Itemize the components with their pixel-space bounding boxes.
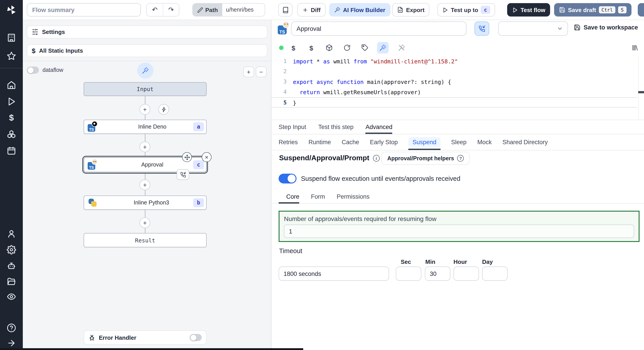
resources-blocks-icon[interactable] — [7, 130, 16, 139]
audit-eye-icon[interactable] — [7, 292, 16, 301]
add-step-button[interactable]: + — [140, 179, 150, 190]
suspend-toggle[interactable] — [278, 174, 296, 183]
tab-test-this-step[interactable]: Test this step — [318, 120, 354, 134]
save-draft-button[interactable]: Save draft Ctrl S — [554, 3, 631, 16]
settings-gear-icon[interactable] — [7, 245, 16, 254]
tab-advanced[interactable]: Advanced — [366, 120, 392, 134]
timeout-hour-input[interactable] — [454, 267, 479, 281]
ai-assistant-button[interactable] — [377, 42, 389, 54]
tab-form[interactable]: Form — [311, 190, 325, 203]
timeout-sec-input[interactable] — [396, 267, 421, 281]
insert-variable-button[interactable]: $ — [288, 42, 299, 54]
path-label: Path — [205, 6, 218, 13]
undo-button[interactable]: ↶ — [147, 3, 163, 16]
flow-summary-input[interactable] — [27, 3, 141, 16]
ai-suggest-wand-button[interactable] — [137, 62, 154, 79]
docs-book-button[interactable] — [278, 3, 292, 16]
tab-sleep[interactable]: Sleep — [451, 134, 466, 150]
tab-step-input[interactable]: Step Input — [278, 120, 306, 134]
home-icon[interactable] — [7, 80, 16, 90]
windmill-logo-icon[interactable] — [6, 4, 17, 16]
plus-icon — [302, 7, 308, 13]
approval-prompt-helpers-button[interactable]: Approval/Prompt helpers ? — [382, 152, 470, 165]
error-handler-bar[interactable]: Error Handler — [84, 330, 206, 345]
code-line[interactable]: 4 return wmill.getResumeUrls(approver) — [272, 87, 644, 97]
path-edit-segment[interactable]: Path — [193, 3, 222, 16]
tab-cache[interactable]: Cache — [342, 134, 359, 150]
ai-off-button[interactable] — [396, 42, 408, 54]
library-button[interactable] — [629, 42, 640, 54]
windmill-flow-editor: $ ↶ ↷ Path u/ — [0, 0, 644, 350]
code-line[interactable]: 2 — [272, 66, 644, 77]
tab-mock[interactable]: Mock — [477, 134, 492, 150]
deploy-button-partial[interactable] — [638, 3, 644, 16]
path-control[interactable]: Path u/henri/bes — [192, 3, 265, 16]
save-to-workspace-button[interactable]: Save to workspace — [574, 24, 638, 31]
step-title-input[interactable] — [291, 21, 466, 36]
zoom-in-button[interactable]: + — [243, 66, 254, 77]
delete-step-button[interactable]: × — [202, 152, 212, 162]
insert-resource-button[interactable]: $ — [306, 42, 317, 54]
script-version-select[interactable] — [498, 21, 568, 36]
test-flow-button[interactable]: Test flow — [507, 3, 550, 16]
workspace-building-icon[interactable] — [7, 33, 16, 42]
package-button[interactable] — [323, 42, 335, 54]
code-editor[interactable]: 1import * as wmill from "windmill-client… — [272, 56, 644, 119]
favorites-star-icon[interactable] — [7, 51, 16, 61]
move-step-handle[interactable] — [182, 152, 192, 162]
users-icon[interactable] — [7, 229, 16, 238]
code-line[interactable]: 1import * as wmill from "windmill-client… — [272, 56, 644, 66]
add-step-button[interactable]: + — [140, 217, 150, 228]
add-step-button[interactable]: + — [140, 104, 150, 115]
diff-button[interactable]: Diff — [298, 3, 325, 16]
topbar: ↶ ↷ Path u/henri/bes Diff AI Flow Builde… — [23, 0, 644, 20]
workers-robot-icon[interactable] — [7, 261, 16, 271]
folders-icon[interactable] — [7, 277, 16, 286]
result-node[interactable]: Result — [84, 233, 206, 247]
format-tag-button[interactable] — [359, 42, 371, 54]
collapse-arrow-icon[interactable] — [7, 339, 16, 348]
tab-runtime[interactable]: Runtime — [308, 134, 331, 150]
help-question-icon[interactable] — [7, 323, 16, 333]
variables-dollar-icon[interactable]: $ — [7, 113, 16, 122]
approvals-required-input[interactable] — [284, 224, 634, 238]
info-icon[interactable]: i — [373, 155, 380, 161]
dollar-icon: $ — [32, 47, 36, 54]
test-up-to-button[interactable]: Test up to c — [438, 3, 495, 16]
approval-phone-incoming-badge[interactable] — [177, 169, 189, 180]
schedules-calendar-icon[interactable] — [7, 146, 16, 155]
flow-settings-button[interactable]: Settings — [27, 25, 268, 38]
redo-button[interactable]: ↷ — [163, 3, 179, 16]
code-line[interactable]: 3export async function main(approver?: s… — [272, 77, 644, 87]
input-node[interactable]: Input — [84, 82, 206, 96]
timeout-total-input[interactable] — [278, 267, 389, 281]
add-trigger-button[interactable] — [158, 104, 169, 115]
tab-core[interactable]: Core — [286, 190, 300, 203]
approval-phone-button[interactable] — [474, 21, 489, 36]
tab-early-stop[interactable]: Early Stop — [370, 134, 398, 150]
line-number: 5 — [272, 98, 293, 107]
tab-suspend[interactable]: Suspend — [408, 134, 440, 150]
ai-flow-builder-button[interactable]: AI Flow Builder — [329, 3, 390, 16]
all-static-inputs-button[interactable]: $ All Static Inputs — [27, 44, 268, 57]
step-node-inline-python3[interactable]: Inline Python3 b — [84, 195, 206, 210]
zoom-out-button[interactable]: − — [256, 66, 266, 77]
timeout-min-input[interactable] — [425, 267, 450, 281]
error-handler-toggle[interactable] — [190, 334, 202, 341]
tab-retries[interactable]: Retries — [278, 134, 298, 150]
reset-button[interactable] — [341, 42, 353, 54]
dataflow-toggle[interactable] — [27, 66, 39, 74]
magic-wand-off-icon — [398, 44, 405, 51]
tab-permissions[interactable]: Permissions — [337, 190, 370, 203]
code-line[interactable]: 5} — [272, 97, 637, 108]
timeout-day-input[interactable] — [482, 267, 508, 281]
step-node-inline-deno[interactable]: TS Inline Deno a — [84, 120, 206, 134]
tab-shared-directory[interactable]: Shared Directory — [502, 134, 548, 150]
file-export-icon — [397, 7, 404, 13]
export-button[interactable]: Export — [392, 3, 429, 16]
runs-play-icon[interactable] — [7, 97, 16, 106]
path-value[interactable]: u/henri/bes — [222, 3, 257, 16]
add-step-button[interactable]: + — [140, 142, 150, 152]
editor-scrollbar-thumb[interactable] — [638, 91, 644, 93]
export-label: Export — [406, 6, 424, 13]
